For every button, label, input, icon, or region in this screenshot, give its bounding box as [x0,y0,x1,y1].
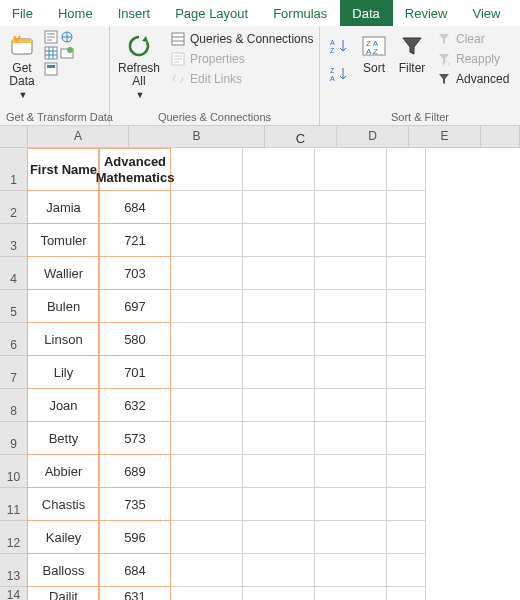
cell[interactable] [315,422,387,455]
get-data-button[interactable]: Get Data ▼ [6,30,38,102]
existing-connections-icon[interactable] [44,62,58,76]
from-table-icon[interactable] [44,46,58,60]
col-header-f[interactable] [481,126,520,148]
cell[interactable] [387,323,426,356]
cell[interactable]: 632 [99,389,171,422]
cell[interactable] [315,455,387,488]
cell[interactable]: 573 [99,422,171,455]
cell[interactable] [387,455,426,488]
tab-page-layout[interactable]: Page Layout [163,0,261,26]
cell[interactable]: 631 [99,587,171,600]
cell[interactable] [243,257,315,290]
recent-sources-icon[interactable] [60,46,74,60]
col-header-c[interactable]: C [265,126,337,148]
cell[interactable] [171,224,243,257]
cell[interactable] [315,488,387,521]
advanced-button[interactable]: Advanced [434,70,511,88]
cell[interactable]: 684 [99,191,171,224]
cell[interactable] [243,521,315,554]
refresh-all-button[interactable]: Refresh All ▼ [116,30,162,102]
cell[interactable] [315,389,387,422]
cell[interactable] [171,257,243,290]
cell[interactable] [387,488,426,521]
row-header[interactable]: 7 [0,356,28,389]
from-text-icon[interactable] [44,30,58,44]
table-row[interactable]: 5Bulen697 [0,290,520,323]
cell[interactable] [243,587,315,600]
cell[interactable] [315,356,387,389]
table-row[interactable]: 7Lily701 [0,356,520,389]
cell[interactable]: First Name [27,148,99,191]
tab-home[interactable]: Home [46,0,106,26]
table-row[interactable]: 3Tomuler721 [0,224,520,257]
cell[interactable] [387,422,426,455]
cell[interactable] [243,554,315,587]
cell[interactable]: 721 [99,224,171,257]
cell[interactable] [243,422,315,455]
cell[interactable] [171,521,243,554]
table-row[interactable]: 6Linson580 [0,323,520,356]
cell[interactable] [315,257,387,290]
cell[interactable] [243,290,315,323]
cell[interactable] [387,389,426,422]
cell[interactable]: Bulen [27,290,99,323]
select-all-corner[interactable] [0,126,28,148]
cell[interactable]: 580 [99,323,171,356]
cell[interactable] [243,191,315,224]
cell[interactable] [243,455,315,488]
col-header-d[interactable]: D [337,126,409,148]
row-header[interactable]: 10 [0,455,28,488]
cell[interactable]: Tomuler [27,224,99,257]
table-row[interactable]: 13Balloss684 [0,554,520,587]
cell[interactable] [387,521,426,554]
cell[interactable] [171,148,243,191]
table-row[interactable]: 12Kailey596 [0,521,520,554]
cell[interactable]: Joan [27,389,99,422]
cell[interactable]: 684 [99,554,171,587]
tab-formulas[interactable]: Formulas [261,0,340,26]
cell[interactable] [171,323,243,356]
cell[interactable] [243,224,315,257]
cell[interactable]: 689 [99,455,171,488]
cell[interactable] [315,224,387,257]
row-header[interactable]: 14 [0,587,28,600]
cell[interactable]: Chastis [27,488,99,521]
cell[interactable] [243,389,315,422]
cell[interactable] [315,323,387,356]
row-header[interactable]: 11 [0,488,28,521]
row-header[interactable]: 2 [0,191,28,224]
table-row[interactable]: 1First NameAdvanced Mathematics [0,148,520,191]
cell[interactable]: 735 [99,488,171,521]
cell[interactable]: Kailey [27,521,99,554]
col-header-a[interactable]: A [28,126,129,148]
cell[interactable]: 596 [99,521,171,554]
tab-file[interactable]: File [0,0,46,26]
table-row[interactable]: 14Dailit631 [0,587,520,600]
cell[interactable] [315,290,387,323]
row-header[interactable]: 4 [0,257,28,290]
cell[interactable] [387,587,426,600]
row-header[interactable]: 5 [0,290,28,323]
cell[interactable] [171,356,243,389]
table-row[interactable]: 11Chastis735 [0,488,520,521]
cell[interactable]: Dailit [27,587,99,600]
table-row[interactable]: 10Abbier689 [0,455,520,488]
cell[interactable]: Abbier [27,455,99,488]
cell[interactable] [387,224,426,257]
row-header[interactable]: 1 [0,148,28,191]
table-row[interactable]: 4Wallier703 [0,257,520,290]
row-header[interactable]: 12 [0,521,28,554]
cell[interactable] [171,389,243,422]
tab-view[interactable]: View [460,0,513,26]
cell[interactable] [171,587,243,600]
row-header[interactable]: 9 [0,422,28,455]
sort-button[interactable]: Z AA Z Sort [358,30,390,77]
cell[interactable] [387,257,426,290]
filter-button[interactable]: Filter [396,30,428,77]
col-header-b[interactable]: B [129,126,265,148]
col-header-e[interactable]: E [409,126,481,148]
row-header[interactable]: 3 [0,224,28,257]
cell[interactable] [387,191,426,224]
cell[interactable] [387,290,426,323]
cell[interactable]: Wallier [27,257,99,290]
